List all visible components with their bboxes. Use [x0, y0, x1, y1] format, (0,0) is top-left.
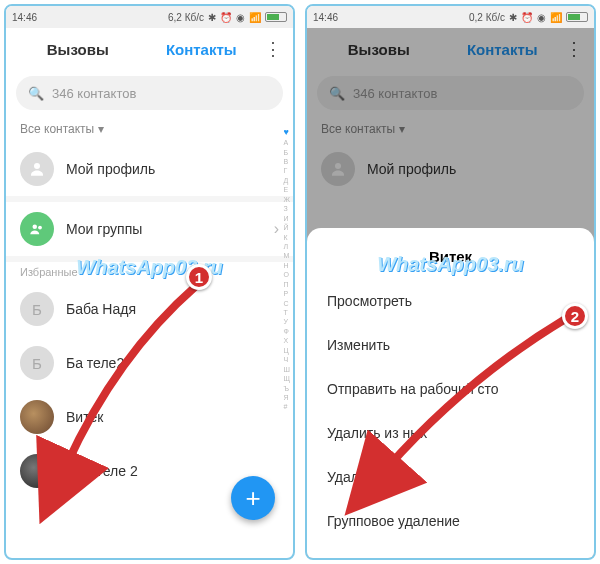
statusbar: 14:46 6,2 Кб/с ✱ ⏰ ◉ 📶	[6, 6, 293, 28]
menu-view[interactable]: Просмотреть	[307, 279, 594, 323]
more-icon[interactable]: ⋮	[263, 38, 283, 60]
contact-item-vitek[interactable]: Витек	[6, 390, 293, 444]
index-letter[interactable]: Г	[283, 166, 290, 175]
svg-point-0	[34, 163, 40, 169]
avatar: Б	[20, 292, 54, 326]
status-net: 0,2 Кб/с	[469, 12, 505, 23]
index-letter[interactable]: Т	[283, 308, 290, 317]
battery-icon	[265, 12, 287, 22]
index-letter[interactable]: Р	[283, 289, 290, 298]
index-letter[interactable]: О	[283, 270, 290, 279]
index-letter[interactable]: Х	[283, 336, 290, 345]
index-letter[interactable]: З	[283, 204, 290, 213]
chevron-down-icon: ▾	[98, 122, 104, 136]
favorites-label: Избранные	[6, 262, 293, 282]
svg-point-2	[38, 226, 42, 230]
index-letter[interactable]: Ж	[283, 195, 290, 204]
my-profile-item[interactable]: Мой профиль	[6, 142, 293, 196]
search-input[interactable]: 🔍 346 контактов	[16, 76, 283, 110]
signal-icon: 📶	[550, 12, 562, 23]
status-time: 14:46	[12, 12, 37, 23]
context-menu: Витек Просмотреть Изменить Отправить на …	[307, 228, 594, 558]
status-time: 14:46	[313, 12, 338, 23]
person-icon	[20, 152, 54, 186]
index-letter[interactable]: Ц	[283, 346, 290, 355]
group-icon	[20, 212, 54, 246]
menu-remove-favorite[interactable]: Удалить из ных	[307, 411, 594, 455]
index-letter[interactable]: #	[283, 402, 290, 411]
avatar	[20, 400, 54, 434]
my-groups-item[interactable]: Мои группы ›	[6, 202, 293, 256]
index-letter[interactable]: Д	[283, 176, 290, 185]
index-letter[interactable]: У	[283, 317, 290, 326]
index-letter[interactable]: Н	[283, 261, 290, 270]
menu-group-delete[interactable]: Групповое удаление	[307, 499, 594, 543]
index-letter[interactable]: А	[283, 138, 290, 147]
svg-point-1	[33, 225, 38, 230]
wifi-icon: ◉	[537, 12, 546, 23]
profile-label: Мой профиль	[66, 161, 155, 177]
tab-contacts[interactable]: Контакты	[140, 41, 264, 58]
contact-item[interactable]: Б Ба теле2	[6, 336, 293, 390]
alpha-index[interactable]: ♥ АБВГДЕЖЗИЙКЛМНОПРСТУФХЦЧШЩЪЯ#	[283, 126, 290, 412]
bluetooth-icon: ✱	[509, 12, 517, 23]
alarm-icon: ⏰	[521, 12, 533, 23]
bluetooth-icon: ✱	[208, 12, 216, 23]
index-letter[interactable]: Л	[283, 242, 290, 251]
contact-name: Ба теле2	[66, 355, 124, 371]
filter-label: Все контакты	[20, 122, 94, 136]
index-letter[interactable]: Ч	[283, 355, 290, 364]
index-letter[interactable]: Й	[283, 223, 290, 232]
add-contact-fab[interactable]: +	[231, 476, 275, 520]
index-letter[interactable]: Е	[283, 185, 290, 194]
tab-bar: Вызовы Контакты ⋮	[6, 28, 293, 70]
menu-edit[interactable]: Изменить	[307, 323, 594, 367]
index-letter[interactable]: Я	[283, 393, 290, 402]
status-net: 6,2 Кб/с	[168, 12, 204, 23]
battery-icon	[566, 12, 588, 22]
alarm-icon: ⏰	[220, 12, 232, 23]
tab-calls[interactable]: Вызовы	[16, 41, 140, 58]
wifi-icon: ◉	[236, 12, 245, 23]
chevron-right-icon: ›	[274, 220, 279, 238]
menu-delete[interactable]: Удалить	[307, 455, 594, 499]
index-letter[interactable]: В	[283, 157, 290, 166]
statusbar: 14:46 0,2 Кб/с ✱ ⏰ ◉ 📶	[307, 6, 594, 28]
contact-name: Витек	[66, 409, 103, 425]
search-icon: 🔍	[28, 86, 44, 101]
signal-icon: 📶	[249, 12, 261, 23]
search-placeholder: 346 контактов	[52, 86, 136, 101]
index-letter[interactable]: М	[283, 251, 290, 260]
avatar: Б	[20, 346, 54, 380]
index-letter[interactable]: И	[283, 214, 290, 223]
menu-send-to-desktop[interactable]: Отправить на рабочий сто	[307, 367, 594, 411]
screenshot-left: 14:46 6,2 Кб/с ✱ ⏰ ◉ 📶 Вызовы Контакты ⋮…	[4, 4, 295, 560]
index-letter[interactable]: Ъ	[283, 384, 290, 393]
contact-item[interactable]: Б Баба Надя	[6, 282, 293, 336]
index-letter[interactable]: Ш	[283, 365, 290, 374]
sheet-title: Витек	[307, 242, 594, 279]
heart-icon[interactable]: ♥	[283, 126, 290, 138]
index-letter[interactable]: Ф	[283, 327, 290, 336]
contact-name: Дед Теле 2	[66, 463, 138, 479]
index-letter[interactable]: С	[283, 299, 290, 308]
index-letter[interactable]: Щ	[283, 374, 290, 383]
avatar	[20, 454, 54, 488]
contact-name: Баба Надя	[66, 301, 136, 317]
screenshot-right: 14:46 0,2 Кб/с ✱ ⏰ ◉ 📶 Вызовы Контакты ⋮…	[305, 4, 596, 560]
annotation-marker-2: 2	[562, 303, 588, 329]
filter-dropdown[interactable]: Все контакты ▾	[6, 116, 293, 142]
groups-label: Мои группы	[66, 221, 142, 237]
index-letter[interactable]: К	[283, 233, 290, 242]
index-letter[interactable]: П	[283, 280, 290, 289]
annotation-marker-1: 1	[186, 264, 212, 290]
index-letter[interactable]: Б	[283, 148, 290, 157]
